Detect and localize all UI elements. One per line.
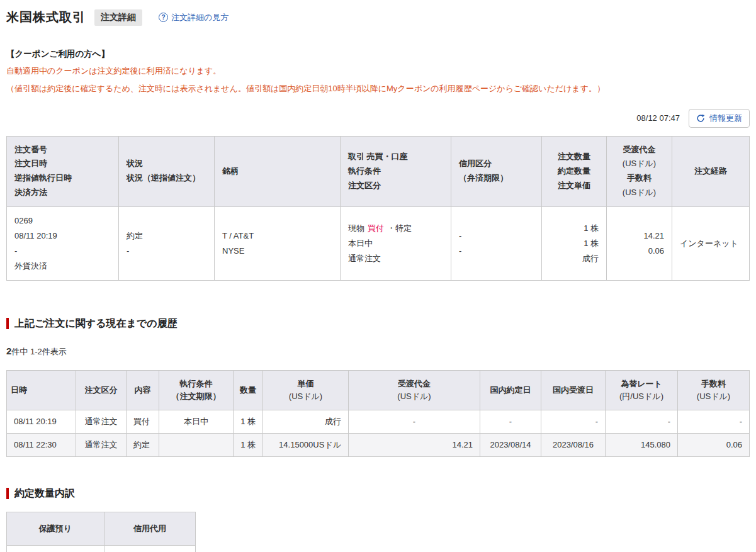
col-margin-class: 信用区分（弁済期限） [451, 136, 542, 206]
cell-route: インターネット [672, 206, 750, 280]
last-updated-timestamp: 08/12 07:47 [636, 113, 680, 123]
cell-quantity: 1 株 1 株 成行 [542, 206, 607, 280]
col-order-number: 注文番号注文日時 逆指値執行日時決済方法 [7, 136, 119, 206]
cell-status: 約定 - [119, 206, 215, 280]
coupon-notice: 【クーポンご利用の方へ】 自動適用中のクーポンは注文約定後に利用済になります。 … [6, 48, 750, 95]
question-circle-icon: ? [159, 13, 168, 22]
hcol-unit-price: 単価(USドル) [263, 370, 349, 410]
history-row: 08/11 20:19 通常注文 買付 本日中 1 株 成行 - - - - - [7, 410, 750, 433]
toolbar: 08/12 07:47 情報更新 [6, 109, 750, 128]
hcol-fee: 手数料(USドル) [678, 370, 750, 410]
history-count: 2件中 1-2件表示 [6, 346, 750, 358]
breakdown-section-title: 約定数量内訳 [6, 487, 750, 500]
help-link-label: 注文詳細の見方 [171, 12, 228, 23]
order-detail-help-link[interactable]: ? 注文詳細の見方 [159, 12, 228, 23]
col-quantity: 注文数量約定数量注文単価 [542, 136, 607, 206]
coupon-line-2: （値引額は約定後に確定するため、注文時には表示されません。値引額は国内約定日朝1… [6, 83, 750, 95]
coupon-line-1: 自動適用中のクーポンは注文約定後に利用済になります。 [6, 65, 750, 77]
hcol-datetime: 日時 [7, 370, 76, 410]
hcol-content: 内容 [127, 370, 159, 410]
order-table-header-row: 注文番号注文日時 逆指値執行日時決済方法 状況状況（逆指値注文） 銘柄 取引 売… [7, 136, 750, 206]
order-row: 0269 08/11 20:19 - 外貨決済 約定 - T / AT&T NY… [7, 206, 750, 280]
hcol-domestic-trade-date: 国内約定日 [480, 370, 541, 410]
page-header: 米国株式取引 注文詳細 ? 注文詳細の見方 [6, 9, 750, 26]
hcol-proceeds: 受渡代金(USドル) [349, 370, 480, 410]
cell-order-number: 0269 08/11 20:19 - 外貨決済 [7, 206, 119, 280]
breakdown-header-row: 保護預り 信用代用 [7, 512, 196, 545]
col-proceeds-fee: 受渡代金(USドル) 手数料(USドル) [607, 136, 672, 206]
bcol-safekeeping: 保護預り [7, 512, 104, 545]
section-bar-icon [6, 488, 9, 499]
hcol-order-kind: 注文区分 [76, 370, 127, 410]
cell-safekeeping-qty: 1 株 [7, 545, 104, 552]
hcol-condition: 執行条件（注文期限） [159, 370, 234, 410]
hcol-quantity: 数量 [234, 370, 263, 410]
refresh-button[interactable]: 情報更新 [689, 109, 750, 128]
refresh-icon [696, 114, 705, 123]
col-route: 注文経路 [672, 136, 750, 206]
bcol-margin-substitute: 信用代用 [104, 512, 196, 545]
cell-margin-substitute-qty: - [104, 545, 196, 552]
hcol-domestic-settle-date: 国内受渡日 [541, 370, 606, 410]
breakdown-table: 保護預り 信用代用 1 株 - [6, 512, 196, 552]
coupon-heading: 【クーポンご利用の方へ】 [6, 48, 750, 60]
col-status: 状況状況（逆指値注文） [119, 136, 215, 206]
cell-proceeds-fee: 14.21 0.06 [607, 206, 672, 280]
order-table: 注文番号注文日時 逆指値執行日時決済方法 状況状況（逆指値注文） 銘柄 取引 売… [6, 136, 750, 281]
history-header-row: 日時 注文区分 内容 執行条件（注文期限） 数量 単価(USドル) 受渡代金(U… [7, 370, 750, 410]
hcol-fx-rate: 為替レート(円/USドル) [606, 370, 678, 410]
order-detail-badge: 注文詳細 [94, 9, 142, 26]
cell-symbol: T / AT&T NYSE [215, 206, 341, 280]
history-table: 日時 注文区分 内容 執行条件（注文期限） 数量 単価(USドル) 受渡代金(U… [6, 370, 750, 457]
page-title: 米国株式取引 [6, 9, 86, 26]
col-symbol: 銘柄 [215, 136, 341, 206]
history-section-title: 上記ご注文に関する現在までの履歴 [6, 317, 750, 330]
refresh-button-label: 情報更新 [709, 113, 742, 124]
cell-trade: 現物買付・特定 本日中 通常注文 [341, 206, 451, 280]
history-row: 08/11 22:30 通常注文 約定 1 株 14.15000USドル 14.… [7, 433, 750, 456]
buy-side-label: 買付 [368, 223, 384, 233]
breakdown-row: 1 株 - [7, 545, 196, 552]
col-trade: 取引 売買・口座執行条件注文区分 [341, 136, 451, 206]
section-bar-icon [6, 318, 9, 329]
cell-margin-class: - - [451, 206, 542, 280]
